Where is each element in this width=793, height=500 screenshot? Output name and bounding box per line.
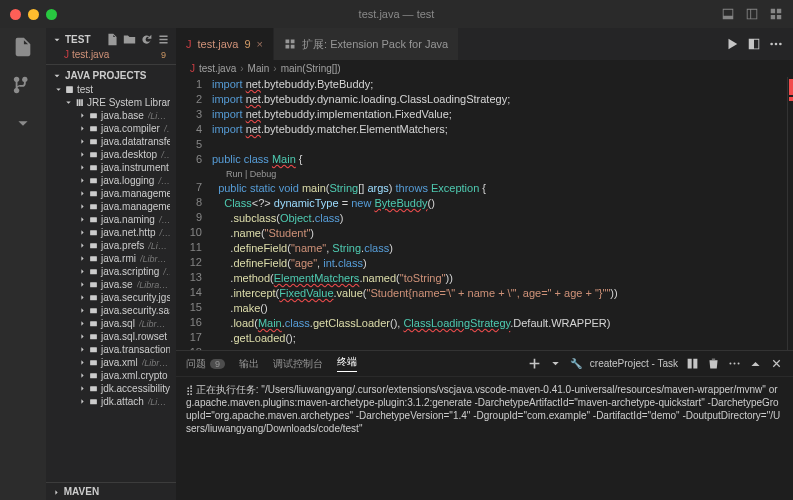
refresh-icon[interactable]	[140, 33, 153, 46]
panel-tab-output[interactable]: 输出	[239, 357, 259, 371]
tabbar: J test.java 9 × 扩展: Extension Pack for J…	[176, 28, 793, 60]
new-folder-icon[interactable]	[123, 33, 136, 46]
package-item[interactable]: java.se/Library/Java/JavaV...	[52, 278, 170, 291]
package-item[interactable]: java.prefs/Library/Java/JavaV...	[52, 239, 170, 252]
maximize-window-button[interactable]	[46, 9, 57, 20]
package-item[interactable]: java.security.sasl/Library/Java/JavaV...	[52, 304, 170, 317]
maximize-panel-icon[interactable]	[749, 357, 762, 370]
tab-label: test.java	[198, 38, 239, 50]
package-item[interactable]: java.compiler/Library/Java/JavaV...	[52, 122, 170, 135]
explorer-header[interactable]: TEST	[52, 31, 170, 48]
terminal-task-label[interactable]: createProject - Task	[590, 358, 678, 369]
tab-label: 扩展: Extension Pack for Java	[302, 37, 448, 52]
breadcrumb-item[interactable]: Main	[248, 63, 270, 74]
close-panel-icon[interactable]	[770, 357, 783, 370]
project-root-label: test	[77, 84, 93, 95]
chevron-down-icon[interactable]	[549, 357, 562, 370]
package-item[interactable]: java.net.http/Library/Java/JavaV...	[52, 226, 170, 239]
svg-rect-14	[90, 282, 97, 287]
collapse-icon[interactable]	[157, 33, 170, 46]
file-modified-badge: 9	[161, 50, 166, 60]
svg-rect-12	[90, 256, 97, 261]
package-item[interactable]: java.management/Library/Java/JavaV...	[52, 187, 170, 200]
new-file-icon[interactable]	[106, 33, 119, 46]
panel-tab-label: 终端	[337, 355, 357, 369]
svg-rect-15	[90, 295, 97, 300]
package-item[interactable]: java.management.rmi/Library/Java/JavaV..…	[52, 200, 170, 213]
breadcrumb-item[interactable]: test.java	[199, 63, 236, 74]
breadcrumbs[interactable]: J test.java › Main › main(String[])	[176, 60, 793, 77]
svg-rect-9	[90, 217, 97, 222]
java-projects-label: JAVA PROJECTS	[65, 70, 147, 81]
package-item[interactable]: java.rmi/Library/Java/JavaV...	[52, 252, 170, 265]
jre-library[interactable]: JRE System Library [Java S...	[52, 96, 170, 109]
svg-rect-16	[90, 308, 97, 313]
package-item[interactable]: java.desktop/Library/Java/JavaV...	[52, 148, 170, 161]
package-item[interactable]: jdk.attach/Library/Java/JavaV...	[52, 395, 170, 408]
project-root[interactable]: test	[52, 83, 170, 96]
package-item[interactable]: java.base/Library/Java/JavaV...	[52, 109, 170, 122]
svg-rect-0	[66, 86, 73, 93]
close-tab-icon[interactable]: ×	[257, 38, 263, 50]
svg-rect-11	[90, 243, 97, 248]
breadcrumb-item[interactable]: main(String[])	[281, 63, 341, 74]
tab-extension-pack[interactable]: 扩展: Extension Pack for Java	[274, 28, 459, 60]
project-icon	[65, 85, 74, 94]
svg-rect-1	[90, 113, 97, 118]
package-item[interactable]: java.security.jgss/Library/Java/JavaV...	[52, 291, 170, 304]
package-item[interactable]: java.transaction.xa/Library/Java/JavaV..…	[52, 343, 170, 356]
maven-header[interactable]: MAVEN	[46, 482, 176, 500]
more-icon[interactable]	[728, 357, 741, 370]
plus-icon[interactable]	[528, 357, 541, 370]
panel-tab-label: 输出	[239, 357, 259, 371]
svg-rect-6	[90, 178, 97, 183]
toggle-sidebar-icon[interactable]	[745, 7, 759, 21]
package-item[interactable]: java.sql/Library/Java/JavaV...	[52, 317, 170, 330]
package-item[interactable]: java.instrument/Library/Java/JavaV...	[52, 161, 170, 174]
customize-layout-icon[interactable]	[769, 7, 783, 21]
minimap[interactable]	[787, 77, 793, 350]
more-icon[interactable]	[769, 37, 783, 51]
panel-tab-debug[interactable]: 调试控制台	[273, 357, 323, 371]
package-item[interactable]: java.datatransfer/Library/Java/JavaV...	[52, 135, 170, 148]
package-item[interactable]: jdk.accessibility/Library/Java/JavaV...	[52, 382, 170, 395]
activity-bar	[0, 28, 46, 500]
maven-label: MAVEN	[64, 486, 99, 497]
toggle-panel-icon[interactable]	[721, 7, 735, 21]
svg-point-27	[729, 363, 731, 365]
package-item[interactable]: java.xml/Library/Java/JavaV...	[52, 356, 170, 369]
run-icon[interactable]	[725, 37, 739, 51]
tab-modified-count: 9	[244, 38, 250, 50]
terminal-output[interactable]: ⣾ 正在执行任务: "/Users/liuwangyang/.cursor/ex…	[176, 377, 793, 500]
split-terminal-icon[interactable]	[686, 357, 699, 370]
panel-tab-problems[interactable]: 问题 9	[186, 357, 225, 371]
file-icon[interactable]	[12, 36, 34, 60]
close-window-button[interactable]	[10, 9, 21, 20]
panel-tab-terminal[interactable]: 终端	[337, 355, 357, 372]
terminal-text: ⣾ 正在执行任务: "/Users/liuwangyang/.cursor/ex…	[186, 384, 780, 434]
package-item[interactable]: java.naming/Library/Java/JavaV...	[52, 213, 170, 226]
split-editor-icon[interactable]	[747, 37, 761, 51]
trash-icon[interactable]	[707, 357, 720, 370]
chevron-down-icon	[64, 98, 73, 107]
package-item[interactable]: java.scripting/Library/Java/JavaV...	[52, 265, 170, 278]
svg-point-26	[779, 43, 782, 46]
package-item[interactable]: java.xml.crypto/Library/Java/JavaV...	[52, 369, 170, 382]
svg-rect-10	[90, 230, 97, 235]
branch-icon[interactable]	[12, 74, 34, 98]
library-icon	[75, 98, 84, 107]
file-item-test-java[interactable]: J test.java 9	[52, 48, 170, 61]
jre-label: JRE System Library [Java S...	[87, 97, 170, 108]
tab-test-java[interactable]: J test.java 9 ×	[176, 28, 274, 60]
package-item[interactable]: java.logging/Library/Java/JavaV...	[52, 174, 170, 187]
titlebar: test.java — test	[0, 0, 793, 28]
svg-rect-20	[90, 360, 97, 365]
java-projects-header[interactable]: JAVA PROJECTS	[52, 68, 170, 83]
package-item[interactable]: java.sql.rowset/Library/Java/JavaV...	[52, 330, 170, 343]
svg-rect-3	[90, 139, 97, 144]
code-editor[interactable]: 123456 789101112131415161718192021222324…	[176, 77, 793, 350]
chevron-down-icon[interactable]	[12, 112, 34, 136]
file-label: test.java	[72, 49, 109, 60]
minimize-window-button[interactable]	[28, 9, 39, 20]
svg-rect-19	[90, 347, 97, 352]
